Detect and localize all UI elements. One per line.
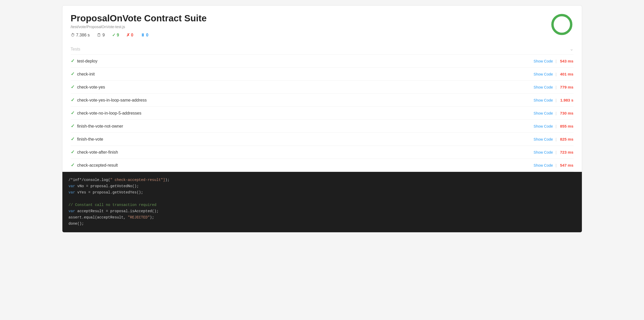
test-name: check-init: [77, 72, 95, 77]
test-name: check-vote-yes-in-loop-same-address: [77, 98, 147, 103]
test-row: ✓ check-accepted-result Show Code | 547 …: [71, 159, 574, 172]
test-duration: 723 ms: [559, 150, 574, 154]
test-duration: 779 ms: [559, 85, 574, 89]
test-row: ✓ test-deploy Show Code | 543 ms: [71, 55, 574, 68]
test-right: Show Code | 855 ms: [534, 124, 573, 128]
code-line: [69, 196, 576, 202]
test-name: finish-the-vote: [77, 137, 103, 142]
test-left: ✓ check-vote-no-in-loop-5-addresses: [71, 110, 141, 116]
donut-chart: [550, 13, 574, 36]
separator: |: [556, 150, 557, 154]
pass-check-icon: ✓: [71, 136, 75, 142]
separator: |: [556, 137, 557, 141]
code-line: var acceptResult = proposal.isAccepted()…: [69, 208, 576, 215]
total-value: 9: [102, 33, 105, 37]
test-left: ✓ finish-the-vote-not-owner: [71, 123, 123, 129]
separator: |: [556, 98, 557, 102]
test-duration: 547 ms: [559, 163, 574, 167]
show-code-button[interactable]: Show Code: [534, 150, 553, 154]
code-line: // Constant call no transaction required: [69, 202, 576, 208]
pass-value: 9: [117, 33, 119, 37]
test-row: ✓ check-init Show Code | 401 ms: [71, 68, 574, 81]
show-code-button[interactable]: Show Code: [534, 98, 553, 102]
test-row: ✓ check-vote-no-in-loop-5-addresses Show…: [71, 107, 574, 120]
test-left: ✓ test-deploy: [71, 58, 97, 64]
test-left: ✓ check-vote-yes: [71, 84, 105, 90]
test-duration: 855 ms: [559, 124, 574, 128]
check-icon: ✓: [112, 33, 115, 37]
code-line: assert.equal(acceptResult, "REJECTED");: [69, 215, 576, 221]
show-code-button[interactable]: Show Code: [534, 59, 553, 63]
suite-title: ProposalOnVote Contract Suite: [71, 13, 207, 24]
test-right: Show Code | 547 ms: [534, 163, 573, 167]
test-name: test-deploy: [77, 59, 97, 64]
tests-header: Tests ⌄: [71, 44, 574, 55]
test-name: finish-the-vote-not-owner: [77, 124, 123, 129]
test-left: ✓ finish-the-vote: [71, 136, 103, 142]
test-rows-container: ✓ test-deploy Show Code | 543 ms ✓ check…: [71, 55, 574, 172]
test-name: check-vote-after-finish: [77, 150, 118, 155]
svg-point-1: [552, 15, 571, 34]
stats-row: ⏱ 7.386 s 🗒 9 ✓ 9 ✗ 0 ⏸ 0: [71, 33, 207, 37]
doc-icon: 🗒: [97, 33, 101, 37]
separator: |: [556, 72, 557, 76]
show-code-button[interactable]: Show Code: [534, 124, 553, 128]
stat-pass: ✓ 9: [112, 33, 119, 37]
test-right: Show Code | 730 ms: [534, 111, 573, 115]
duration-value: 7.386 s: [76, 33, 90, 37]
separator: |: [556, 163, 557, 167]
code-block: /*inf*/console.log(" check-accepted-resu…: [62, 172, 582, 232]
test-row: ✓ finish-the-vote-not-owner Show Code | …: [71, 120, 574, 133]
stat-duration: ⏱ 7.386 s: [71, 33, 90, 37]
pass-check-icon: ✓: [71, 149, 75, 155]
test-duration: 825 ms: [559, 137, 574, 141]
pass-check-icon: ✓: [71, 97, 75, 103]
pass-check-icon: ✓: [71, 123, 75, 129]
test-duration: 730 ms: [559, 111, 574, 115]
separator: |: [556, 124, 557, 128]
test-name: check-vote-yes: [77, 85, 105, 90]
test-row: ✓ check-vote-after-finish Show Code | 72…: [71, 146, 574, 159]
donut-svg: [550, 13, 574, 36]
test-duration: 401 ms: [559, 72, 574, 76]
test-row: ✓ check-vote-yes-in-loop-same-address Sh…: [71, 94, 574, 107]
suite-container: ProposalOnVote Contract Suite /test/vote…: [62, 5, 582, 233]
pass-check-icon: ✓: [71, 110, 75, 116]
stat-skip: ⏸ 0: [141, 33, 148, 37]
test-right: Show Code | 401 ms: [534, 72, 573, 76]
test-left: ✓ check-vote-after-finish: [71, 149, 118, 155]
test-name: check-accepted-result: [77, 163, 118, 168]
pass-check-icon: ✓: [71, 84, 75, 90]
code-line: var vNo = proposal.getVotedNo();: [69, 183, 576, 190]
test-left: ✓ check-vote-yes-in-loop-same-address: [71, 97, 147, 103]
chevron-down-icon[interactable]: ⌄: [570, 46, 574, 52]
code-line: done();: [69, 221, 576, 227]
test-right: Show Code | 1.983 s: [534, 98, 573, 102]
separator: |: [556, 111, 557, 115]
title-block: ProposalOnVote Contract Suite /test/vote…: [71, 13, 207, 37]
skip-value: 0: [146, 33, 148, 37]
show-code-button[interactable]: Show Code: [534, 72, 553, 76]
show-code-button[interactable]: Show Code: [534, 137, 553, 141]
pass-check-icon: ✓: [71, 162, 75, 168]
pass-check-icon: ✓: [71, 58, 75, 64]
code-line: /*inf*/console.log(" check-accepted-resu…: [69, 177, 576, 183]
code-line: var vYes = proposal.getVotedYes();: [69, 190, 576, 196]
test-left: ✓ check-accepted-result: [71, 162, 118, 168]
show-code-button[interactable]: Show Code: [534, 111, 553, 115]
show-code-button[interactable]: Show Code: [534, 85, 553, 89]
separator: |: [556, 85, 557, 89]
test-duration: 1.983 s: [559, 98, 574, 102]
file-path: /test/vote/ProposalOnVote-test.js: [71, 25, 207, 29]
test-right: Show Code | 543 ms: [534, 59, 573, 63]
tests-section: Tests ⌄ ✓ test-deploy Show Code | 543 ms…: [71, 44, 574, 172]
header-row: ProposalOnVote Contract Suite /test/vote…: [71, 13, 574, 37]
test-right: Show Code | 825 ms: [534, 137, 573, 141]
pause-icon: ⏸: [141, 33, 145, 37]
show-code-button[interactable]: Show Code: [534, 163, 553, 167]
cross-icon: ✗: [126, 33, 130, 37]
pass-check-icon: ✓: [71, 71, 75, 77]
test-left: ✓ check-init: [71, 71, 95, 77]
stat-total: 🗒 9: [97, 33, 105, 37]
test-row: ✓ finish-the-vote Show Code | 825 ms: [71, 133, 574, 146]
